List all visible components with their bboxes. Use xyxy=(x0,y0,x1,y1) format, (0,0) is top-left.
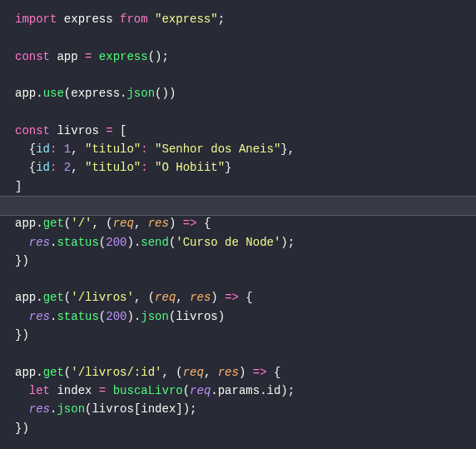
token-kw: const xyxy=(15,124,50,137)
token-pun: , xyxy=(71,142,85,156)
code-line[interactable]: let index = buscaLivro(req.params.id); xyxy=(15,382,461,400)
token-pun xyxy=(99,124,106,137)
token-pun: . xyxy=(260,384,266,397)
token-fn: send xyxy=(141,236,169,249)
token-pun: }, xyxy=(280,142,295,156)
code-line[interactable]: const app = express(); xyxy=(15,47,461,66)
code-line[interactable]: import express from "express"; xyxy=(15,10,461,28)
token-var: index xyxy=(57,384,92,397)
token-param: req xyxy=(113,217,134,230)
code-line[interactable]: ] xyxy=(15,177,461,196)
token-pun xyxy=(15,402,29,416)
token-var: express xyxy=(64,12,113,26)
token-var: params xyxy=(218,384,260,397)
code-line[interactable]: }) xyxy=(15,419,461,437)
token-pun: , xyxy=(176,291,190,304)
token-pun: , ( xyxy=(92,217,112,230)
code-line[interactable] xyxy=(15,102,461,121)
code-line[interactable]: }) xyxy=(15,326,461,344)
token-param: res xyxy=(190,291,211,304)
token-pun: , ( xyxy=(134,291,155,304)
token-pun: ); xyxy=(280,236,295,249)
code-line[interactable]: res.json(livros[index]); xyxy=(15,400,461,418)
token-str: "express" xyxy=(155,12,218,26)
token-pun xyxy=(15,310,29,323)
token-op: : xyxy=(141,161,147,174)
token-pun: { xyxy=(267,366,281,379)
token-pun xyxy=(113,12,120,26)
code-line[interactable]: res.status(200).send('Curso de Node'); xyxy=(15,233,461,252)
token-pun: , xyxy=(71,161,85,174)
token-pun: ()) xyxy=(155,87,176,100)
token-pun: { xyxy=(239,291,253,304)
token-pun xyxy=(78,50,85,63)
token-fn: express xyxy=(99,50,148,63)
token-pun xyxy=(148,142,155,156)
token-pun: ( xyxy=(64,87,71,100)
token-pun: , xyxy=(204,366,218,379)
code-line[interactable] xyxy=(15,196,461,214)
token-pun: ( xyxy=(64,217,71,230)
token-param: req xyxy=(155,291,176,304)
token-fn: get xyxy=(43,217,64,230)
token-paramobj: res xyxy=(29,236,50,249)
token-fn: status xyxy=(57,310,98,323)
code-editor[interactable]: import express from "express"; const app… xyxy=(0,0,476,447)
token-kw: const xyxy=(15,50,50,63)
token-pun xyxy=(57,161,63,174)
token-pun: ( xyxy=(183,384,190,397)
token-str: "titulo" xyxy=(85,142,141,156)
token-pun xyxy=(92,384,98,397)
token-op: = xyxy=(106,124,112,137)
token-fn: get xyxy=(43,291,64,304)
code-line[interactable] xyxy=(15,344,461,362)
token-pun: , xyxy=(134,217,148,230)
token-str: "Senhor dos Aneis" xyxy=(155,142,280,156)
token-pun: . xyxy=(36,291,42,304)
token-str: "titulo" xyxy=(85,161,141,174)
token-pun: } xyxy=(225,161,231,174)
code-line[interactable]: res.status(200).json(livros) xyxy=(15,307,461,326)
token-pun: ) xyxy=(218,310,225,323)
code-line[interactable]: const livros = [ xyxy=(15,122,461,140)
token-paramobj: res xyxy=(29,310,50,323)
code-line[interactable]: }) xyxy=(15,252,461,270)
code-line[interactable]: app.get('/', (req, res) => { xyxy=(15,214,461,232)
token-pun: ; xyxy=(218,12,225,26)
token-prop: id xyxy=(36,161,50,174)
token-str: '/' xyxy=(71,217,92,230)
token-pun: ( xyxy=(64,291,71,304)
token-op: = xyxy=(99,384,106,397)
code-line[interactable] xyxy=(15,66,461,84)
code-line[interactable]: app.get('/livros', (req, res) => { xyxy=(15,288,461,307)
token-pun: ( xyxy=(64,366,71,379)
token-param: res xyxy=(148,217,169,230)
token-pun xyxy=(148,12,155,26)
token-num: 200 xyxy=(106,236,126,249)
token-pun: { xyxy=(197,217,211,230)
code-line[interactable]: app.get('/livros/:id', (req, res) => { xyxy=(15,363,461,382)
code-line[interactable]: {id: 2, "titulo": "O Hobiit"} xyxy=(15,158,461,177)
token-pun: . xyxy=(36,217,42,230)
token-num: 200 xyxy=(106,310,126,323)
code-line[interactable]: {id: 1, "titulo": "Senhor dos Aneis"}, xyxy=(15,140,461,158)
token-pun xyxy=(92,50,98,63)
token-pun: { xyxy=(15,161,36,174)
code-line[interactable] xyxy=(15,28,461,47)
code-line[interactable]: app.use(express.json()) xyxy=(15,84,461,102)
token-fn: json xyxy=(141,310,169,323)
token-paramobj: res xyxy=(29,402,50,416)
token-fn: use xyxy=(43,87,64,100)
token-pun: ) xyxy=(169,217,183,230)
code-line[interactable] xyxy=(15,270,461,288)
token-str: '/livros' xyxy=(71,291,134,304)
token-pun: ( xyxy=(99,310,106,323)
token-pun: , ( xyxy=(161,366,182,379)
token-prop: id xyxy=(36,142,50,156)
token-kw: from xyxy=(120,12,148,26)
token-pun: ). xyxy=(126,236,141,249)
token-var: app xyxy=(15,217,36,230)
token-num: 2 xyxy=(64,161,71,174)
token-pun xyxy=(148,161,155,174)
token-pun: ) xyxy=(239,366,253,379)
